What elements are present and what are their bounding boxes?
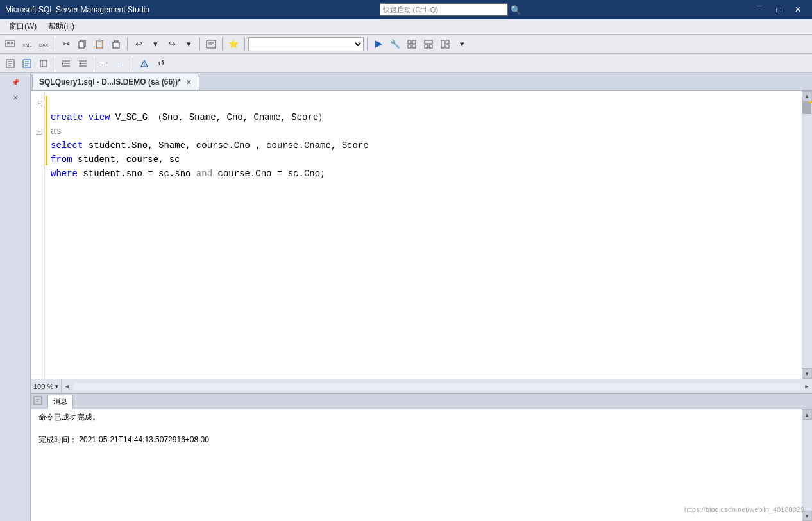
h-scroll-track[interactable] — [73, 383, 800, 390]
svg-rect-22 — [441, 40, 444, 48]
output-timestamp: 2021-05-21T14:44:13.5072916+08:00 — [79, 435, 209, 444]
title-bar-left: Microsoft SQL Server Management Studio — [5, 5, 149, 14]
title-bar: Microsoft SQL Server Management Studio 🔍… — [0, 0, 812, 19]
sql-query-tab[interactable]: SQLQuery1.sql - D...IS.DEMO (sa (66))* ✕ — [32, 74, 199, 90]
toolbar-btn-copy[interactable] — [75, 37, 90, 52]
output-scroll-up[interactable]: ▲ — [802, 409, 812, 420]
toolbar2-indent[interactable] — [58, 56, 74, 71]
vertical-scrollbar[interactable]: ▲ ▼ — [802, 91, 812, 379]
output-time-label: 完成时间： — [38, 435, 77, 444]
toolbar-btn-redo-dropdown[interactable]: ▾ — [181, 37, 196, 52]
sep5 — [244, 38, 245, 51]
toolbar2-btn-special[interactable] — [137, 56, 152, 71]
scroll-up-arrow[interactable]: ▲ — [802, 91, 812, 101]
close-button[interactable]: ✕ — [789, 3, 807, 16]
collapse-box-1[interactable]: − — [37, 101, 42, 106]
main-layout: 📌 ✕ SQLQuery1.sql - D...IS.DEMO (sa (66)… — [0, 73, 812, 521]
sep2 — [127, 38, 128, 51]
toolbar-btn-cut[interactable]: ✂ — [58, 37, 74, 52]
output-vertical-scrollbar[interactable]: ▲ ▼ — [802, 409, 812, 521]
output-tab-bar: 消息 — [31, 394, 812, 409]
toolbar2: -- -- ↺ — [0, 54, 812, 73]
h-scroll-left-arrow[interactable]: ◄ — [62, 381, 72, 392]
toolbar-btn-paste[interactable]: 📋 — [92, 37, 107, 52]
svg-rect-24 — [446, 45, 449, 48]
toolbar-btn-grid[interactable] — [404, 37, 419, 52]
toolbar-btn-dropdown2[interactable]: ▾ — [454, 37, 469, 52]
output-scroll-down[interactable]: ▼ — [802, 511, 812, 521]
svg-marker-14 — [375, 40, 382, 48]
output-success-msg: 命令已成功完成。 — [38, 412, 794, 423]
toolbar-btn-layout2[interactable] — [437, 37, 453, 52]
svg-text:XML: XML — [22, 43, 32, 47]
output-time-line: 完成时间： 2021-05-21T14:44:13.5072916+08:00 — [38, 434, 794, 445]
svg-rect-2 — [11, 42, 13, 44]
svg-rect-33 — [40, 60, 47, 67]
collapse-box-3[interactable]: − — [37, 129, 42, 135]
toolbar2-btn1[interactable] — [3, 56, 18, 71]
svg-rect-16 — [412, 40, 416, 44]
svg-rect-20 — [425, 45, 428, 48]
search-icon[interactable]: 🔍 — [511, 5, 521, 15]
editor-inner[interactable]: create view V_SC_G （Sno, Sname, Cno, Cna… — [48, 91, 802, 379]
toolbar2-btn-redo[interactable]: ↺ — [153, 56, 169, 71]
toolbar-btn-wrench[interactable]: 🔧 — [387, 37, 403, 52]
svg-text:--: -- — [101, 61, 106, 68]
scroll-marker — [809, 101, 812, 103]
toolbar-btn-delete[interactable] — [108, 37, 124, 52]
horizontal-scrollbar[interactable]: ◄ ► — [62, 379, 812, 393]
toolbar-btn-redo[interactable]: ↪ — [164, 37, 180, 52]
toolbar2-uncomment[interactable]: -- — [114, 56, 130, 71]
maximize-button[interactable]: □ — [770, 3, 788, 16]
menu-item-window[interactable]: 窗口(W) — [4, 20, 42, 34]
toolbar-btn-layout[interactable] — [421, 37, 436, 52]
toolbar2-outdent[interactable] — [75, 56, 90, 71]
toolbar2-btn2[interactable] — [19, 56, 35, 71]
code-content[interactable]: create view V_SC_G （Sno, Sname, Cno, Cna… — [48, 91, 802, 379]
toolbar-btn-xml[interactable]: XML — [19, 37, 35, 52]
zoom-dropdown-arrow[interactable]: ▾ — [55, 383, 58, 390]
tab-label: SQLQuery1.sql - D...IS.DEMO (sa (66))* — [39, 78, 181, 87]
tb2-sep3 — [133, 57, 133, 70]
svg-rect-48 — [34, 397, 42, 404]
toolbar2-comment[interactable]: -- — [97, 56, 113, 71]
left-panel-close[interactable]: ✕ — [9, 91, 22, 104]
tab-close-button[interactable]: ✕ — [185, 78, 192, 87]
h-scroll-right-arrow[interactable]: ► — [802, 381, 812, 392]
svg-rect-17 — [408, 45, 411, 48]
toolbar2-btn3[interactable] — [36, 56, 51, 71]
quick-search-input[interactable] — [380, 3, 508, 16]
toolbar-btn-dmk[interactable] — [3, 37, 18, 52]
toolbar-btn-star[interactable]: ⭐ — [226, 37, 241, 52]
yellow-indicator — [46, 96, 47, 165]
toolbar-btn-undo[interactable]: ↩ — [131, 37, 146, 52]
tab-bar: SQLQuery1.sql - D...IS.DEMO (sa (66))* ✕ — [31, 73, 812, 91]
svg-text:DAX: DAX — [39, 43, 49, 47]
tb2-sep1 — [55, 57, 55, 70]
svg-marker-42 — [79, 62, 81, 65]
minimize-button[interactable]: ─ — [750, 3, 768, 16]
scroll-track[interactable] — [802, 101, 812, 368]
zoom-bar: 100 % ▾ ◄ ► — [31, 379, 812, 393]
toolbar-btn-run[interactable] — [371, 37, 386, 52]
svg-rect-19 — [425, 40, 432, 44]
database-dropdown[interactable] — [248, 37, 364, 51]
toolbar-btn-dax[interactable]: DAX — [36, 37, 51, 52]
output-scroll-track[interactable] — [802, 420, 812, 511]
output-content: 命令已成功完成。 完成时间： 2021-05-21T14:44:13.50729… — [31, 409, 802, 521]
toolbar-btn-query[interactable] — [203, 37, 219, 52]
svg-point-47 — [144, 65, 145, 67]
left-panel-pin[interactable]: 📌 — [9, 76, 22, 88]
gutter: − − — [31, 91, 45, 379]
menu-item-help[interactable]: 帮助(H) — [43, 20, 80, 34]
svg-rect-15 — [408, 40, 411, 44]
app-title: Microsoft SQL Server Management Studio — [5, 5, 149, 14]
output-icon — [33, 396, 42, 407]
svg-rect-23 — [446, 40, 449, 44]
gutter-row-4 — [35, 138, 43, 153]
scroll-down-arrow[interactable]: ▼ — [802, 368, 812, 379]
output-tab-messages[interactable]: 消息 — [47, 395, 73, 409]
zoom-area: 100 % ▾ — [31, 379, 62, 393]
scroll-thumb[interactable] — [802, 101, 811, 114]
toolbar-btn-undo-dropdown[interactable]: ▾ — [148, 37, 163, 52]
